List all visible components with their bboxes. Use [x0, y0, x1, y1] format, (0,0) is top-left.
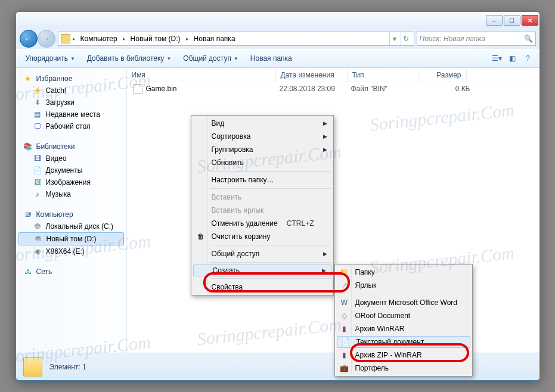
- folder-icon: [23, 357, 42, 377]
- ctx-create-folder[interactable]: 📁Папку: [336, 266, 471, 279]
- sidebar-item-disk-c[interactable]: ⛃Локальный диск (C:): [16, 220, 126, 232]
- ctx-share-access[interactable]: Общий доступ▶: [193, 247, 332, 260]
- chevron-right-icon: ▶: [323, 147, 327, 153]
- downloads-icon: ⬇: [33, 98, 42, 107]
- status-text: Элемент: 1: [49, 363, 86, 371]
- ctx-create-shortcut[interactable]: ↗Ярлык: [336, 279, 471, 292]
- sidebar-item-downloads[interactable]: ⬇Загрузки: [16, 97, 126, 108]
- context-submenu-create: 📁Папку ↗Ярлык WДокумент Microsoft Office…: [334, 264, 473, 377]
- ctx-undo-delete[interactable]: Отменить удалениеCTRL+Z: [193, 217, 332, 230]
- sidebar-item-videos[interactable]: 🎞Видео: [16, 153, 126, 164]
- ctx-refresh[interactable]: Обновить: [193, 156, 332, 169]
- chevron-right-icon: ▶: [323, 251, 327, 257]
- disc-icon: ◉: [33, 247, 42, 256]
- sidebar-item-disk-e[interactable]: ◉X86X64 (E:): [16, 245, 126, 257]
- ctx-sort[interactable]: Сортировка▶: [193, 130, 332, 143]
- ctx-create-briefcase[interactable]: 💼Портфель: [336, 362, 471, 375]
- view-options-button[interactable]: ☰▾: [491, 52, 504, 65]
- crumb-folder[interactable]: Новая папка: [191, 35, 238, 43]
- text-file-icon: 📄: [341, 337, 351, 347]
- ctx-create-oroof[interactable]: ◇ORoof Document: [336, 309, 471, 322]
- ctx-group[interactable]: Группировка▶: [193, 143, 332, 156]
- close-button[interactable]: ✕: [522, 15, 538, 26]
- chevron-right-icon: ▶: [323, 120, 327, 126]
- chevron-right-icon: ▶: [323, 133, 327, 139]
- ctx-create-zip[interactable]: ▮Архив ZIP - WinRAR: [336, 349, 471, 362]
- ctx-create[interactable]: Создать▶: [193, 265, 331, 276]
- sidebar-libraries-header[interactable]: 📚Библиотеки: [16, 141, 126, 153]
- shortcut-icon: ↗: [340, 281, 349, 290]
- sidebar-item-documents[interactable]: 📄Документы: [16, 164, 126, 176]
- sidebar-network-header[interactable]: 🖧Сеть: [16, 266, 126, 278]
- sidebar-item-catch[interactable]: ⚡Catch!: [16, 85, 126, 97]
- disk-icon: ⛃: [33, 222, 42, 231]
- rar-icon: ▮: [340, 324, 349, 334]
- back-button[interactable]: ←: [20, 30, 38, 48]
- sidebar-item-desktop[interactable]: 🖵Рабочий стол: [16, 120, 126, 132]
- add-to-library-button[interactable]: Добавить в библиотеку▼: [82, 52, 176, 65]
- minimize-button[interactable]: –: [486, 15, 503, 26]
- ctx-create-word[interactable]: WДокумент Microsoft Office Word: [336, 296, 471, 309]
- music-icon: ♪: [33, 189, 42, 199]
- breadcrumb-dropdown[interactable]: ▾: [389, 32, 400, 45]
- shortcut-label: CTRL+Z: [287, 219, 314, 228]
- file-icon: [133, 84, 142, 94]
- crumb-drive[interactable]: Новый том (D:): [128, 35, 184, 43]
- ctx-customize-folder[interactable]: Настроить папку…: [193, 173, 332, 186]
- organize-button[interactable]: Упорядочить▼: [21, 52, 80, 65]
- folder-icon: 📁: [340, 267, 349, 277]
- ctx-paste-shortcut: Вставить ярлык: [193, 204, 332, 217]
- word-icon: W: [340, 298, 349, 307]
- new-folder-button[interactable]: Новая папка: [246, 52, 297, 65]
- help-button[interactable]: ?: [522, 52, 535, 65]
- chevron-right-icon: ▸: [185, 36, 190, 42]
- briefcase-icon: 💼: [340, 363, 349, 373]
- file-size: 0 КБ: [423, 85, 470, 93]
- col-date[interactable]: Дата изменения: [276, 69, 348, 82]
- column-headers: Имя Дата изменения Тип Размер: [127, 68, 540, 82]
- ctx-empty-recycle-bin[interactable]: 🗑Очистить корзину: [193, 230, 332, 243]
- ctx-create-text-document[interactable]: 📄Текстовый документ: [337, 336, 470, 348]
- chevron-right-icon: ▸: [122, 36, 127, 42]
- explorer-window: – ☐ ✕ ← → ▸ Компьютер ▸ Новый том (D:) ▸…: [15, 11, 540, 381]
- recycle-bin-icon: 🗑: [196, 232, 206, 241]
- titlebar: – ☐ ✕: [16, 12, 540, 29]
- desktop-icon: 🖵: [33, 122, 42, 131]
- breadcrumb[interactable]: ▸ Компьютер ▸ Новый том (D:) ▸ Новая пап…: [58, 32, 414, 46]
- refresh-icon[interactable]: ↻: [401, 32, 411, 45]
- sidebar-item-music[interactable]: ♪Музыка: [16, 188, 126, 200]
- share-button[interactable]: Общий доступ▼: [178, 52, 243, 65]
- ctx-properties[interactable]: Свойства: [193, 281, 332, 294]
- forward-button[interactable]: →: [38, 30, 55, 48]
- ctx-create-rar[interactable]: ▮Архив WinRAR: [336, 322, 471, 335]
- oroof-icon: ◇: [340, 311, 349, 321]
- recent-icon: ▤: [33, 110, 42, 119]
- ctx-view[interactable]: Вид▶: [193, 117, 332, 130]
- sidebar-item-pictures[interactable]: 🖼Изображения: [16, 176, 126, 188]
- file-type: Файл "BIN": [351, 85, 423, 93]
- col-type[interactable]: Тип: [348, 69, 419, 82]
- sidebar-item-recent[interactable]: ▤Недавние места: [16, 108, 126, 120]
- toolbar: Упорядочить▼ Добавить в библиотеку▼ Общи…: [16, 49, 540, 68]
- sidebar-item-disk-d[interactable]: ⛃Новый том (D:): [18, 232, 124, 245]
- pictures-icon: 🖼: [33, 178, 42, 187]
- file-row[interactable]: Game.bin 22.08.2018 23:09 Файл "BIN" 0 К…: [127, 82, 540, 95]
- folder-icon: [61, 34, 70, 43]
- context-menu: Вид▶ Сортировка▶ Группировка▶ Обновить Н…: [191, 115, 334, 295]
- video-icon: 🎞: [33, 154, 42, 163]
- search-input[interactable]: Поиск: Новая папка 🔍: [417, 32, 536, 46]
- disk-icon: ⛃: [33, 234, 43, 244]
- chevron-down-icon: ▼: [70, 56, 75, 61]
- sidebar-favorites-header[interactable]: ★Избранное: [16, 73, 126, 85]
- zip-icon: ▮: [340, 350, 349, 360]
- crumb-computer[interactable]: Компьютер: [78, 35, 120, 43]
- col-name[interactable]: Имя: [127, 69, 276, 82]
- chevron-down-icon: ▼: [234, 56, 238, 61]
- file-date: 22.08.2018 23:09: [280, 85, 351, 93]
- sidebar-computer-header[interactable]: 🖳Компьютер: [16, 209, 126, 220]
- col-size[interactable]: Размер: [419, 69, 467, 82]
- maximize-button[interactable]: ☐: [504, 15, 520, 26]
- star-icon: ★: [23, 74, 33, 83]
- network-icon: 🖧: [23, 267, 33, 276]
- preview-pane-button[interactable]: ◧: [506, 52, 519, 65]
